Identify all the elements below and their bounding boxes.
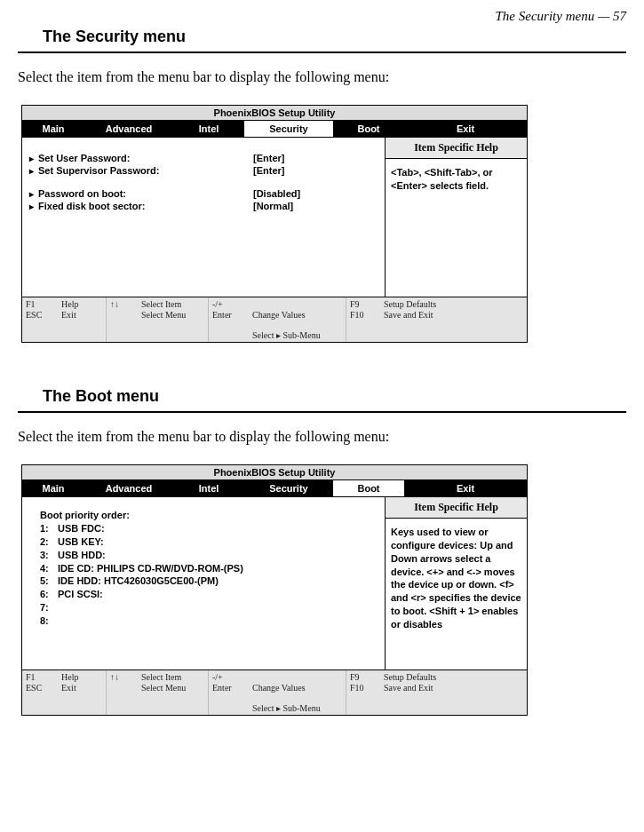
tab-advanced[interactable]: Advanced xyxy=(84,480,173,496)
footer-change-values: Change Values xyxy=(252,683,306,693)
field-fixed-disk-boot-sector[interactable]: ▸ Fixed disk boot sector: [Normal] xyxy=(29,200,378,212)
tab-intel[interactable]: Intel xyxy=(173,121,244,137)
section-intro-security: Select the item from the menu bar to dis… xyxy=(18,69,626,85)
bios-title: PhoenixBIOS Setup Utility xyxy=(22,465,527,480)
boot-item-2[interactable]: 2:USB KEY: xyxy=(29,535,378,549)
boot-item-6[interactable]: 6:PCI SCSI: xyxy=(29,588,378,601)
field-password-on-boot[interactable]: ▸ Password on boot: [Disabled] xyxy=(29,187,378,200)
footer-key-f1-esc: F1 ESC xyxy=(22,297,58,342)
bios-tabbar: Main Advanced Intel Security Boot Exit xyxy=(22,121,527,137)
footer-label-select: Select Item Select Menu xyxy=(138,670,209,715)
boot-label: USB KEY: xyxy=(58,535,104,549)
footer-select-submenu: Select ▸ Sub-Menu xyxy=(252,330,321,340)
boot-item-5[interactable]: 5:IDE HDD: HTC426030G5CE00-(PM) xyxy=(29,574,378,588)
field-value: [Enter] xyxy=(253,153,378,163)
field-value: [Enter] xyxy=(253,165,378,176)
field-label: Set Supervisor Password: xyxy=(38,165,253,176)
boot-num: 5: xyxy=(40,574,58,588)
footer-select-submenu: Select ▸ Sub-Menu xyxy=(252,703,321,713)
boot-num: 6: xyxy=(40,588,58,601)
bios-boot-pane: Boot priority order: 1:USB FDC: 2:USB KE… xyxy=(22,497,385,670)
boot-item-7[interactable]: 7: xyxy=(29,601,378,614)
footer-label-help-exit: Help Exit xyxy=(58,297,107,342)
tab-boot[interactable]: Boot xyxy=(333,121,404,137)
tab-exit[interactable]: Exit xyxy=(404,480,527,496)
tab-intel[interactable]: Intel xyxy=(173,480,244,496)
help-body-security: <Tab>, <Shift-Tab>, or <Enter> selects f… xyxy=(386,159,527,297)
bios-tabbar: Main Advanced Intel Security Boot Exit xyxy=(22,480,527,496)
footer-label-change: Change Values Select ▸ Sub-Menu xyxy=(249,670,346,715)
boot-num: 8: xyxy=(40,614,58,628)
footer-key-f1-esc: F1 ESC xyxy=(22,670,58,715)
footer-key-arrows: ↑↓ xyxy=(107,297,138,342)
boot-label: PCI SCSI: xyxy=(58,588,103,601)
field-label: Set User Password: xyxy=(38,153,253,163)
triangle-icon: ▸ xyxy=(29,154,38,163)
boot-label: IDE CD: PHILIPS CD-RW/DVD-ROM-(PS) xyxy=(58,562,243,575)
tab-exit[interactable]: Exit xyxy=(404,121,527,137)
bios-footer: F1 ESC Help Exit ↑↓ Select Item Select M… xyxy=(22,297,527,342)
boot-item-3[interactable]: 3:USB HDD: xyxy=(29,549,378,562)
boot-priority-header: Boot priority order: xyxy=(29,510,378,520)
help-title: Item Specific Help xyxy=(386,497,527,519)
footer-key-f9-f10: F9 F10 xyxy=(346,297,380,342)
page-header: The Security menu — 57 xyxy=(18,9,626,28)
field-value: [Disabled] xyxy=(253,188,378,199)
triangle-icon: ▸ xyxy=(29,189,38,199)
help-title: Item Specific Help xyxy=(386,138,527,159)
footer-label-change: Change Values Select ▸ Sub-Menu xyxy=(249,297,346,342)
footer-key-plusminus: -/+ Enter xyxy=(209,670,249,715)
boot-label: USB FDC: xyxy=(58,522,105,535)
tab-main[interactable]: Main xyxy=(22,121,84,137)
footer-label-defaults: Setup Defaults Save and Exit xyxy=(380,670,527,715)
bios-footer: F1 ESC Help Exit ↑↓ Select Item Select M… xyxy=(22,670,527,715)
tab-main[interactable]: Main xyxy=(22,480,84,496)
triangle-icon: ▸ xyxy=(29,166,38,176)
bios-fields-pane: ▸ Set User Password: [Enter] ▸ Set Super… xyxy=(22,138,385,297)
field-value: [Normal] xyxy=(253,201,378,211)
bios-security-box: PhoenixBIOS Setup Utility Main Advanced … xyxy=(21,105,528,343)
boot-num: 2: xyxy=(40,535,58,549)
footer-label-help-exit: Help Exit xyxy=(58,670,107,715)
boot-item-1[interactable]: 1:USB FDC: xyxy=(29,522,378,535)
tab-security[interactable]: Security xyxy=(244,480,333,496)
section-intro-boot: Select the item from the menu bar to dis… xyxy=(18,429,626,445)
section-title-boot: The Boot menu xyxy=(18,387,626,413)
boot-num: 1: xyxy=(40,522,58,535)
boot-num: 4: xyxy=(40,562,58,575)
help-body-boot: Keys used to view or configure devices: … xyxy=(386,519,527,670)
field-label: Fixed disk boot sector: xyxy=(38,201,253,211)
tab-boot[interactable]: Boot xyxy=(333,480,404,496)
footer-key-f9-f10: F9 F10 xyxy=(346,670,380,715)
footer-key-plusminus: -/+ Enter xyxy=(209,297,249,342)
field-set-supervisor-password[interactable]: ▸ Set Supervisor Password: [Enter] xyxy=(29,164,378,177)
footer-label-select: Select Item Select Menu xyxy=(138,297,209,342)
boot-num: 7: xyxy=(40,601,58,614)
boot-item-4[interactable]: 4:IDE CD: PHILIPS CD-RW/DVD-ROM-(PS) xyxy=(29,562,378,575)
bios-title: PhoenixBIOS Setup Utility xyxy=(22,106,527,121)
footer-key-arrows: ↑↓ xyxy=(107,670,138,715)
section-title-security: The Security menu xyxy=(18,28,626,53)
footer-change-values: Change Values xyxy=(252,310,306,320)
field-set-user-password[interactable]: ▸ Set User Password: [Enter] xyxy=(29,152,378,164)
boot-label: IDE HDD: HTC426030G5CE00-(PM) xyxy=(58,574,219,588)
footer-label-defaults: Setup Defaults Save and Exit xyxy=(380,297,527,342)
boot-label: USB HDD: xyxy=(58,549,106,562)
field-label: Password on boot: xyxy=(38,188,253,199)
tab-advanced[interactable]: Advanced xyxy=(84,121,173,137)
tab-security[interactable]: Security xyxy=(244,121,333,137)
boot-item-8[interactable]: 8: xyxy=(29,614,378,628)
bios-boot-box: PhoenixBIOS Setup Utility Main Advanced … xyxy=(21,464,528,716)
triangle-icon: ▸ xyxy=(29,202,38,211)
boot-num: 3: xyxy=(40,549,58,562)
